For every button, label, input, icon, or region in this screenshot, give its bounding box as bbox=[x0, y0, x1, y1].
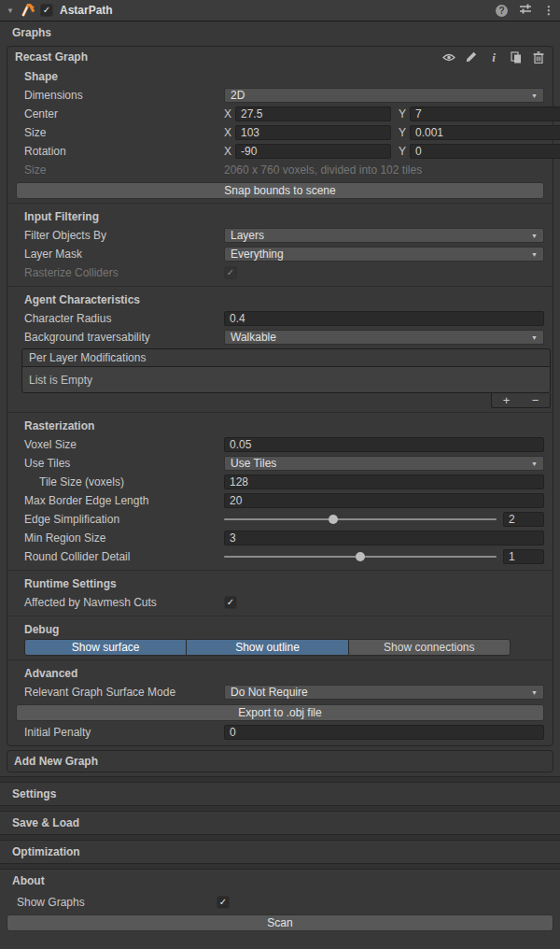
runtime-settings-section: Runtime Settings Affected by Navmesh Cut… bbox=[7, 570, 553, 612]
show-surface-toggle[interactable]: Show surface bbox=[25, 640, 187, 655]
chevron-down-icon: ▼ bbox=[531, 460, 538, 467]
add-new-graph-button[interactable]: Add New Graph bbox=[7, 750, 553, 772]
shape-header: Shape bbox=[7, 67, 553, 86]
per-layer-modifications-title: Per Layer Modifications bbox=[29, 351, 146, 364]
show-graphs-checkbox[interactable]: ✓ bbox=[217, 896, 230, 909]
size-info-value: 2060 x 760 voxels, divided into 102 tile… bbox=[224, 163, 422, 177]
size-x-field[interactable] bbox=[235, 125, 391, 140]
chevron-down-icon: ▼ bbox=[531, 689, 538, 696]
about-section-header[interactable]: About bbox=[0, 870, 560, 892]
section-divider bbox=[0, 863, 560, 870]
filter-objects-by-dropdown[interactable]: Layers ▼ bbox=[224, 228, 544, 243]
round-collider-detail-value-field[interactable] bbox=[503, 549, 544, 564]
slider-knob[interactable] bbox=[329, 515, 338, 524]
layer-mask-label: Layer Mask bbox=[24, 248, 224, 261]
character-radius-field[interactable] bbox=[224, 311, 544, 326]
chevron-down-icon: ▼ bbox=[531, 334, 538, 341]
background-traversability-row: Background traversability Walkable ▼ bbox=[7, 328, 553, 347]
save-load-section-header[interactable]: Save & Load bbox=[0, 812, 560, 834]
background-traversability-dropdown[interactable]: Walkable ▼ bbox=[224, 330, 544, 345]
rasterize-colliders-checkbox: ✓ bbox=[224, 266, 237, 279]
show-connections-toggle[interactable]: Show connections bbox=[349, 640, 510, 655]
settings-section-header[interactable]: Settings bbox=[0, 783, 560, 805]
show-outline-toggle[interactable]: Show outline bbox=[187, 640, 348, 655]
size-y-field[interactable] bbox=[410, 125, 560, 140]
character-radius-row: Character Radius bbox=[7, 309, 553, 328]
list-footer: + − bbox=[491, 393, 551, 408]
rasterize-colliders-label: Rasterize Colliders bbox=[24, 266, 224, 279]
tile-size-label: Tile Size (voxels) bbox=[24, 475, 224, 489]
info-icon[interactable]: i bbox=[487, 51, 500, 64]
optimization-label: Optimization bbox=[12, 845, 80, 858]
character-radius-label: Character Radius bbox=[24, 312, 224, 325]
max-border-edge-length-row: Max Border Edge Length bbox=[7, 491, 553, 510]
export-obj-button[interactable]: Export to .obj file bbox=[16, 704, 544, 721]
graphs-section-header[interactable]: Graphs bbox=[0, 21, 560, 44]
rotation-x-field[interactable] bbox=[235, 144, 391, 159]
add-item-button[interactable]: + bbox=[499, 394, 514, 406]
max-border-edge-length-label: Max Border Edge Length bbox=[24, 494, 224, 507]
recast-graph-title: Recast Graph bbox=[15, 50, 88, 64]
affected-by-navmesh-cuts-checkbox[interactable]: ✓ bbox=[224, 596, 237, 609]
runtime-settings-header: Runtime Settings bbox=[7, 574, 553, 593]
recast-graph-title-row[interactable]: Recast Graph i bbox=[7, 47, 553, 67]
x-axis-label: X bbox=[224, 126, 235, 139]
component-title: AstarPath bbox=[60, 4, 113, 17]
initial-penalty-label: Initial Penalty bbox=[24, 726, 224, 739]
dimensions-row: Dimensions 2D ▼ bbox=[7, 86, 553, 105]
y-axis-label: Y bbox=[399, 145, 410, 158]
edge-simplification-row: Edge Simplification bbox=[7, 510, 553, 529]
scan-button[interactable]: Scan bbox=[7, 914, 553, 931]
use-tiles-value: Use Tiles bbox=[231, 457, 276, 470]
use-tiles-dropdown[interactable]: Use Tiles ▼ bbox=[224, 456, 544, 471]
layer-mask-dropdown[interactable]: Everything ▼ bbox=[224, 247, 544, 262]
optimization-section-header[interactable]: Optimization bbox=[0, 841, 560, 863]
snap-bounds-button[interactable]: Snap bounds to scene bbox=[16, 182, 544, 199]
relevant-graph-surface-mode-dropdown[interactable]: Do Not Require ▼ bbox=[224, 685, 544, 700]
astar-logo-icon bbox=[20, 3, 35, 19]
min-region-size-field[interactable] bbox=[224, 531, 544, 545]
debug-section: Debug Show surface Show outline Show con… bbox=[7, 616, 553, 656]
x-axis-label: X bbox=[224, 107, 235, 120]
edge-simplification-value-field[interactable] bbox=[503, 512, 544, 527]
kebab-menu-icon[interactable]: ⋮ bbox=[543, 4, 554, 17]
max-border-edge-length-field[interactable] bbox=[224, 493, 544, 508]
add-new-graph-label: Add New Graph bbox=[14, 755, 98, 768]
tile-size-field[interactable] bbox=[224, 474, 544, 489]
pencil-edit-icon[interactable] bbox=[465, 51, 478, 64]
help-icon[interactable]: ? bbox=[496, 5, 508, 17]
initial-penalty-field[interactable] bbox=[224, 725, 544, 740]
use-tiles-label: Use Tiles bbox=[24, 457, 224, 470]
rasterize-colliders-row: Rasterize Colliders ✓ bbox=[7, 263, 553, 282]
remove-item-button[interactable]: − bbox=[528, 394, 543, 406]
round-collider-detail-label: Round Collider Detail bbox=[24, 550, 224, 563]
round-collider-detail-slider[interactable] bbox=[224, 549, 497, 564]
per-layer-modifications-header[interactable]: Per Layer Modifications bbox=[22, 349, 550, 367]
edge-simplification-slider[interactable] bbox=[224, 512, 497, 527]
size-row: Size X Y Z bbox=[7, 123, 553, 142]
slider-knob[interactable] bbox=[356, 552, 365, 561]
component-header: ▼ ✓ AstarPath ? ⋮ bbox=[0, 0, 560, 21]
voxel-size-label: Voxel Size bbox=[24, 438, 224, 451]
relevant-graph-surface-mode-row: Relevant Graph Surface Mode Do Not Requi… bbox=[7, 683, 553, 701]
min-region-size-row: Min Region Size bbox=[7, 529, 553, 547]
voxel-size-row: Voxel Size bbox=[7, 435, 553, 454]
component-enabled-checkbox[interactable]: ✓ bbox=[40, 4, 53, 17]
rotation-y-field[interactable] bbox=[410, 144, 560, 159]
center-row: Center X Y Z bbox=[7, 105, 553, 123]
center-x-field[interactable] bbox=[235, 106, 391, 121]
center-y-field[interactable] bbox=[410, 106, 560, 121]
agent-characteristics-header: Agent Characteristics bbox=[7, 290, 553, 309]
delete-trash-icon[interactable] bbox=[532, 51, 545, 64]
presets-icon[interactable] bbox=[519, 3, 532, 18]
duplicate-icon[interactable] bbox=[510, 51, 523, 64]
center-label: Center bbox=[24, 107, 224, 120]
save-load-label: Save & Load bbox=[12, 816, 79, 829]
dimensions-dropdown[interactable]: 2D ▼ bbox=[224, 88, 544, 103]
tile-size-row: Tile Size (voxels) bbox=[7, 473, 553, 491]
min-region-size-label: Min Region Size bbox=[24, 531, 224, 545]
eye-icon[interactable] bbox=[442, 51, 455, 64]
debug-header: Debug bbox=[7, 620, 553, 639]
foldout-arrow-icon[interactable]: ▼ bbox=[6, 7, 15, 15]
voxel-size-field[interactable] bbox=[224, 437, 544, 452]
